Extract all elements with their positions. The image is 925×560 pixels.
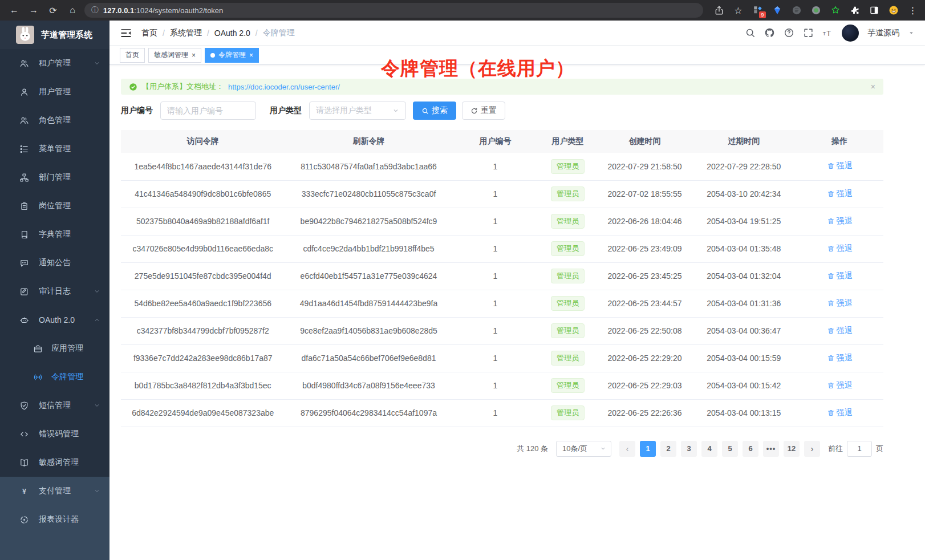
extension-dark-circle-icon[interactable] <box>791 5 802 16</box>
alert-doc-link[interactable]: https://doc.iocoder.cn/user-center/ <box>228 83 340 91</box>
trash-icon <box>827 354 835 362</box>
table-row: b0d1785bc3a8482f812db4a3f3bd15ecb0df4980… <box>121 372 883 399</box>
browser-forward-button[interactable]: → <box>26 3 41 18</box>
force-logout-button[interactable]: 强退 <box>827 380 853 391</box>
address-bar[interactable]: ⓘ 127.0.0.1:1024/system/oauth2/token <box>84 3 703 18</box>
token-table: 访问令牌刷新令牌用户编号用户类型创建时间过期时间操作 1ea5e44f8bc14… <box>121 130 883 427</box>
site-info-icon[interactable]: ⓘ <box>91 5 99 15</box>
sidebar-item-应用管理[interactable]: 应用管理 <box>0 334 109 363</box>
created-time-cell: 2022-06-26 18:04:46 <box>598 208 692 235</box>
page-button-5[interactable]: 5 <box>722 441 738 457</box>
sidebar-item-租户管理[interactable]: 租户管理 <box>0 49 109 78</box>
search-icon[interactable] <box>745 27 756 38</box>
sidebar-item-审计日志[interactable]: 审计日志 <box>0 277 109 306</box>
force-logout-button[interactable]: 强退 <box>827 326 853 336</box>
browser-reload-button[interactable]: ⟳ <box>46 3 60 18</box>
tab-首页[interactable]: 首页 <box>120 48 145 63</box>
page-button-2[interactable]: 2 <box>660 441 676 457</box>
browser-menu-kebab-icon[interactable]: ⋮ <box>907 5 918 16</box>
page-button-1[interactable]: 1 <box>640 441 656 457</box>
user-type-badge: 管理员 <box>551 269 585 283</box>
chevron-down-icon[interactable] <box>908 30 915 36</box>
force-logout-button[interactable]: 强退 <box>827 216 853 226</box>
force-logout-button[interactable]: 强退 <box>827 271 853 281</box>
page-button-4[interactable]: 4 <box>701 441 717 457</box>
fullscreen-icon[interactable] <box>803 27 814 38</box>
extension-puzzle-icon[interactable] <box>849 5 860 16</box>
sidebar-item-用户管理[interactable]: 用户管理 <box>0 78 109 106</box>
menu-fold-icon[interactable] <box>120 27 132 39</box>
app-logo[interactable]: 芋道管理系统 <box>0 21 109 49</box>
sidebar-item-敏感词管理[interactable]: 敏感词管理 <box>0 448 109 477</box>
sidebar-item-菜单管理[interactable]: 菜单管理 <box>0 135 109 163</box>
page-button-6[interactable]: 6 <box>743 441 758 457</box>
font-size-icon[interactable]: TT <box>822 27 833 38</box>
extension-badge: 9 <box>759 11 766 18</box>
user-id-cell: 1 <box>453 235 538 262</box>
sidebar-item-OAuth 2.0[interactable]: OAuth 2.0 <box>0 306 109 334</box>
success-alert: 【用户体系】文档地址： https://doc.iocoder.cn/user-… <box>121 79 883 95</box>
chevron-down-icon <box>94 60 100 67</box>
app-icon <box>33 344 43 354</box>
user-name[interactable]: 芋道源码 <box>867 28 899 38</box>
browser-back-button[interactable]: ← <box>7 3 22 18</box>
force-logout-button[interactable]: 强退 <box>827 161 853 171</box>
tab-令牌管理[interactable]: 令牌管理× <box>205 48 259 63</box>
alert-close-icon[interactable]: × <box>871 82 875 91</box>
search-button[interactable]: 搜索 <box>413 102 456 120</box>
bookmark-star-icon[interactable]: ☆ <box>733 5 744 16</box>
force-logout-button[interactable]: 强退 <box>827 244 853 254</box>
user-type-select[interactable]: 请选择用户类型 <box>309 102 406 120</box>
goto-page-input[interactable] <box>847 441 872 457</box>
sidebar-item-部门管理[interactable]: 部门管理 <box>0 163 109 192</box>
user-id-cell: 1 <box>453 344 538 372</box>
sidebar-item-错误码管理[interactable]: 错误码管理 <box>0 420 109 448</box>
extension-green-star-icon[interactable] <box>830 5 841 16</box>
sidebar-item-通知公告[interactable]: 通知公告 <box>0 249 109 277</box>
sidebar-item-报表设计器[interactable]: 报表设计器 <box>0 505 109 534</box>
sidebar-item-岗位管理[interactable]: 岗位管理 <box>0 192 109 220</box>
tab-敏感词管理[interactable]: 敏感词管理× <box>148 48 201 63</box>
tab-label: 令牌管理 <box>218 50 246 60</box>
page-size-select[interactable]: 10条/页 <box>556 441 611 457</box>
column-header-访问令牌: 访问令牌 <box>121 130 285 153</box>
browser-home-button[interactable]: ⌂ <box>65 3 80 18</box>
next-page-button[interactable]: › <box>804 441 820 457</box>
sidebar-item-字典管理[interactable]: 字典管理 <box>0 220 109 249</box>
sidebar-item-短信管理[interactable]: 短信管理 <box>0 391 109 420</box>
pages-more-button[interactable]: ••• <box>763 441 779 457</box>
breadcrumb-item-OAuth 2.0[interactable]: OAuth 2.0 <box>214 29 250 38</box>
extension-blocks-icon[interactable]: 9 <box>752 5 763 16</box>
user-avatar[interactable] <box>842 25 859 42</box>
user-id-input[interactable] <box>160 102 256 120</box>
extension-green-dot-icon[interactable] <box>810 5 821 16</box>
log-icon <box>19 287 29 297</box>
sidebar-item-令牌管理[interactable]: 令牌管理 <box>0 363 109 391</box>
reset-button[interactable]: 重置 <box>462 102 505 120</box>
help-icon[interactable] <box>784 27 794 38</box>
breadcrumb-item-首页[interactable]: 首页 <box>141 28 157 38</box>
extension-split-square-icon[interactable] <box>869 5 879 16</box>
sidebar-item-label: 支付管理 <box>39 486 71 496</box>
tab-close-icon[interactable]: × <box>192 52 196 59</box>
sidebar-item-label: 令牌管理 <box>51 372 83 382</box>
force-logout-button[interactable]: 强退 <box>827 408 853 418</box>
force-logout-button[interactable]: 强退 <box>827 189 853 199</box>
share-icon[interactable] <box>713 5 724 16</box>
profile-emoji-avatar[interactable] <box>888 5 899 16</box>
extension-gem-icon[interactable] <box>772 5 782 16</box>
trash-icon <box>827 382 835 389</box>
token-icon <box>33 372 43 382</box>
force-logout-button[interactable]: 强退 <box>827 353 853 363</box>
sidebar-item-支付管理[interactable]: ¥支付管理 <box>0 477 109 505</box>
tab-close-icon[interactable]: × <box>249 52 253 59</box>
github-icon[interactable] <box>764 27 775 38</box>
force-logout-label: 强退 <box>837 189 853 199</box>
breadcrumb-item-系统管理[interactable]: 系统管理 <box>170 28 202 38</box>
page-button-12[interactable]: 12 <box>784 441 800 457</box>
user-type-badge: 管理员 <box>551 241 585 256</box>
prev-page-button[interactable]: ‹ <box>619 441 635 457</box>
page-button-3[interactable]: 3 <box>681 441 697 457</box>
sidebar-item-角色管理[interactable]: 角色管理 <box>0 106 109 135</box>
force-logout-button[interactable]: 强退 <box>827 298 853 309</box>
